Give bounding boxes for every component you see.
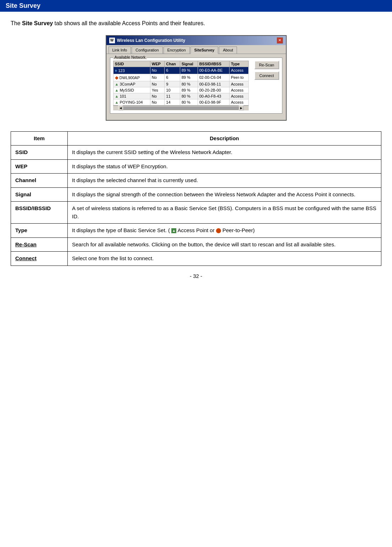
cell-type: Access [229, 93, 248, 99]
col-ssid: SSID [113, 61, 150, 67]
dialog-window: W Wireless Lan Configuration Utility ✕ L… [106, 35, 287, 121]
network-table-area: SSID WEP Chan Signal BSSID/IBSS Type [113, 61, 249, 110]
intro-suffix: tab shows all the available Access Point… [53, 20, 205, 26]
cell-bssid: 00-20-2B-00 [198, 87, 229, 93]
connect-button[interactable]: Connect [254, 71, 279, 80]
list-item: SignalIt displays the signal strength of… [11, 187, 381, 202]
cell-chan: 10 [165, 87, 180, 93]
cell-chan: 11 [165, 93, 180, 99]
scroll-thumb[interactable] [123, 106, 239, 110]
scroll-left[interactable]: ◀ [118, 105, 123, 110]
item-description: Select one from the list to connect. [68, 252, 381, 266]
network-table: SSID WEP Chan Signal BSSID/IBSS Type [113, 61, 249, 105]
cell-wep: No [150, 74, 165, 81]
list-item: SSIDIt displays the current SSID setting… [11, 146, 381, 160]
description-table: Item Description SSIDIt displays the cur… [11, 131, 381, 266]
item-label: BSSID/IBSSID [11, 202, 68, 224]
app-icon: W [109, 38, 115, 43]
cell-bssid: 00-E0-98-9F [198, 99, 229, 105]
page-number: - 32 - [11, 273, 381, 279]
cell-ssid: ▲ 101 [113, 93, 150, 99]
intro-bold: Site Survey [22, 20, 53, 26]
group-box-label: Available Network [113, 55, 147, 59]
cell-wep: No [150, 81, 165, 87]
item-label: WEP [11, 159, 68, 174]
dialog-inner: SSID WEP Chan Signal BSSID/IBSS Type [113, 61, 279, 110]
table-row[interactable]: ▲ 3ComAP No 9 80 % 00-E0-98-11 Access [113, 81, 248, 87]
item-label: Signal [11, 187, 68, 202]
table-scroll[interactable]: SSID WEP Chan Signal BSSID/IBSS Type [113, 61, 249, 105]
page-header: Site Survey [0, 0, 392, 12]
dialog-body: Available Network SSID WEP Chan [106, 54, 286, 120]
item-description: It displays the signal strength of the c… [68, 187, 381, 202]
dialog-tabs: Link Info Configuration Encryption SiteS… [106, 45, 286, 54]
table-row[interactable]: ▲ 101 No 11 80 % 00-A0-F8-43 Access [113, 93, 248, 99]
dialog-titlebar: W Wireless Lan Configuration Utility ✕ [106, 36, 286, 45]
cell-bssid: 02-00-C6-04 [198, 74, 229, 81]
cell-ssid: ▲ MySSID [113, 87, 150, 93]
cell-type: Access [229, 67, 248, 74]
scroll-right[interactable]: ▶ [239, 105, 244, 110]
tab-encryption[interactable]: Encryption [164, 47, 190, 54]
cell-wep: Yes [150, 87, 165, 93]
available-network-group: Available Network SSID WEP Chan [110, 58, 282, 114]
cell-chan: 6 [165, 74, 180, 81]
item-description: Search for all available networks. Click… [68, 237, 381, 252]
dialog-title-text: W Wireless Lan Configuration Utility [109, 38, 186, 43]
header-item: Item [11, 131, 68, 146]
cell-signal: 89 % [180, 67, 198, 74]
rescan-button[interactable]: Re-Scan [254, 61, 279, 69]
cell-ssid: ◆ DWL900AP [113, 74, 150, 81]
intro-paragraph: The Site Survey tab shows all the availa… [11, 19, 381, 28]
cell-signal: 89 % [180, 74, 198, 81]
dialog-wrapper: W Wireless Lan Configuration Utility ✕ L… [11, 35, 381, 121]
table-row[interactable]: ♦ 123 No 6 89 % 00-E0-AA-BE Access [113, 67, 248, 74]
item-description: It displays the selected channel that is… [68, 174, 381, 188]
item-label: Channel [11, 174, 68, 188]
col-type: Type [229, 61, 248, 67]
cell-signal: 80 % [180, 93, 198, 99]
col-bssid: BSSID/IBSS [198, 61, 229, 67]
cell-wep: No [150, 99, 165, 105]
cell-signal: 80 % [180, 81, 198, 87]
tab-configuration[interactable]: Configuration [132, 47, 162, 54]
item-description: It displays the type of Basic Service Se… [68, 224, 381, 238]
list-item: WEPIt displays the status of WEP Encrypt… [11, 159, 381, 174]
item-label: SSID [11, 146, 68, 160]
table-row[interactable]: ▲ POYING-104 No 14 80 % 00-E0-98-9F Acce… [113, 99, 248, 105]
cell-signal: 80 % [180, 99, 198, 105]
tab-sitesurvey[interactable]: SiteSurvey [191, 47, 219, 54]
tab-link-info[interactable]: Link Info [109, 47, 131, 54]
dialog-buttons: Re-Scan Connect [252, 61, 279, 110]
list-item: TypeIt displays the type of Basic Servic… [11, 224, 381, 238]
list-item: ChannelIt displays the selected channel … [11, 174, 381, 188]
item-label: Type [11, 224, 68, 238]
table-row[interactable]: ▲ MySSID Yes 10 89 % 00-20-2B-00 Access [113, 87, 248, 93]
cell-ssid: ▲ POYING-104 [113, 99, 150, 105]
horizontal-scrollbar[interactable]: ◀ ▶ [113, 105, 249, 110]
cell-type: Peer-to [229, 74, 248, 81]
col-chan: Chan [165, 61, 180, 67]
cell-chan: 6 [165, 67, 180, 74]
header-description: Description [68, 131, 381, 146]
cell-bssid: 00-E0-98-11 [198, 81, 229, 87]
intro-prefix: The [11, 20, 22, 26]
item-description: A set of wireless stations is referred t… [68, 202, 381, 224]
tab-about[interactable]: About [219, 47, 237, 54]
cell-signal: 89 % [180, 87, 198, 93]
cell-chan: 14 [165, 99, 180, 105]
item-label: Connect [11, 252, 68, 266]
content-area: The Site Survey tab shows all the availa… [0, 12, 392, 290]
cell-type: Access [229, 99, 248, 105]
item-label: Re-Scan [11, 237, 68, 252]
cell-type: Access [229, 87, 248, 93]
cell-chan: 9 [165, 81, 180, 87]
close-button[interactable]: ✕ [277, 37, 283, 44]
cell-type: Access [229, 81, 248, 87]
cell-wep: No [150, 93, 165, 99]
cell-ssid: ♦ 123 [113, 67, 150, 74]
page-title: Site Survey [6, 2, 40, 9]
cell-bssid: 00-E0-AA-BE [198, 67, 229, 74]
table-row[interactable]: ◆ DWL900AP No 6 89 % 02-00-C6-04 Peer-to [113, 74, 248, 81]
table-header-row: SSID WEP Chan Signal BSSID/IBSS Type [113, 61, 248, 67]
